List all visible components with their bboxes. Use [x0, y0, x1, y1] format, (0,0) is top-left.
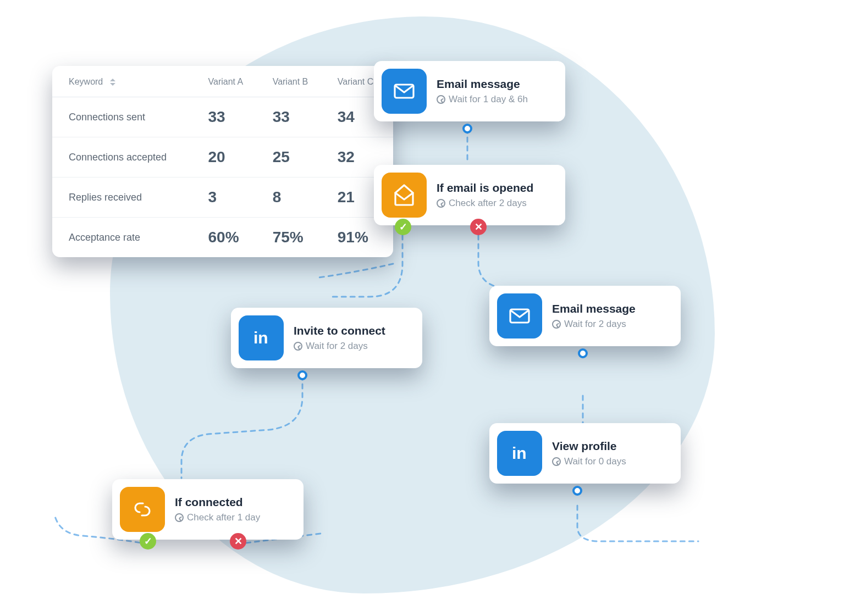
- branch-yes-badge: ✓: [140, 533, 156, 550]
- row-label: Connections sent: [52, 97, 198, 137]
- table-row: Connections accepted202532: [52, 137, 393, 177]
- value-a: 60%: [198, 218, 263, 258]
- value-b: 8: [263, 177, 328, 218]
- clock-icon: [552, 320, 561, 329]
- col-variant-a: Variant A: [198, 66, 263, 97]
- diagram-canvas: Keyword Variant A Variant B Variant C Co…: [0, 0, 866, 616]
- node-email-message-2[interactable]: Email message Wait for 2 days: [489, 286, 681, 346]
- envelope-icon: [497, 293, 542, 338]
- node-title: Email message: [437, 77, 528, 91]
- envelope-icon: [382, 69, 427, 114]
- sort-icon[interactable]: [110, 79, 115, 86]
- row-label: Connections accepted: [52, 137, 198, 177]
- branch-yes-badge: ✓: [395, 219, 411, 235]
- clock-icon: [437, 95, 445, 104]
- col-keyword[interactable]: Keyword: [52, 66, 198, 97]
- node-sub: Wait for 2 days: [552, 319, 636, 330]
- node-sub: Check after 1 day: [175, 512, 260, 523]
- node-view-profile[interactable]: in View profile Wait for 0 days: [489, 423, 681, 484]
- clock-icon: [175, 513, 184, 522]
- envelope-open-icon: [382, 173, 427, 218]
- value-a: 3: [198, 177, 263, 218]
- node-sub: Check after 2 days: [437, 198, 533, 209]
- value-b: 33: [263, 97, 328, 137]
- node-sub: Wait for 1 day & 6h: [437, 94, 528, 105]
- row-label: Acceptance rate: [52, 218, 198, 258]
- table-row: Acceptance rate60%75%91%: [52, 218, 393, 258]
- node-title: If connected: [175, 496, 260, 509]
- node-email-message-1[interactable]: Email message Wait for 1 day & 6h: [374, 61, 565, 121]
- value-a: 20: [198, 137, 263, 177]
- clock-icon: [294, 342, 302, 351]
- svg-text:in: in: [512, 444, 527, 462]
- branch-no-badge: ✕: [230, 533, 246, 550]
- col-variant-b: Variant B: [263, 66, 328, 97]
- stats-table: Keyword Variant A Variant B Variant C Co…: [52, 66, 393, 257]
- variant-stats-table: Keyword Variant A Variant B Variant C Co…: [52, 66, 393, 257]
- node-title: If email is opened: [437, 181, 533, 195]
- port-dot: [578, 348, 588, 358]
- linkedin-icon: in: [239, 315, 284, 360]
- value-b: 25: [263, 137, 328, 177]
- port-dot: [297, 370, 307, 380]
- node-title: Invite to connect: [294, 324, 385, 337]
- svg-text:in: in: [253, 329, 268, 347]
- node-sub: Wait for 0 days: [552, 456, 626, 467]
- branch-no-badge: ✕: [470, 219, 487, 235]
- value-b: 75%: [263, 218, 328, 258]
- port-dot: [572, 486, 582, 496]
- table-row: Connections sent333334: [52, 97, 393, 137]
- col-keyword-label: Keyword: [69, 77, 103, 86]
- clock-icon: [552, 457, 561, 466]
- row-label: Replies received: [52, 177, 198, 218]
- table-row: Replies received3821: [52, 177, 393, 218]
- node-title: View profile: [552, 440, 626, 453]
- clock-icon: [437, 199, 445, 208]
- port-dot: [462, 124, 472, 134]
- node-title: Email message: [552, 302, 636, 315]
- node-sub: Wait for 2 days: [294, 341, 385, 352]
- value-a: 33: [198, 97, 263, 137]
- node-if-email-opened[interactable]: If email is opened Check after 2 days: [374, 165, 565, 225]
- linkedin-icon: in: [497, 431, 542, 476]
- node-invite-to-connect[interactable]: in Invite to connect Wait for 2 days: [231, 308, 422, 368]
- node-if-connected[interactable]: If connected Check after 1 day: [112, 479, 304, 540]
- link-icon: [120, 487, 165, 532]
